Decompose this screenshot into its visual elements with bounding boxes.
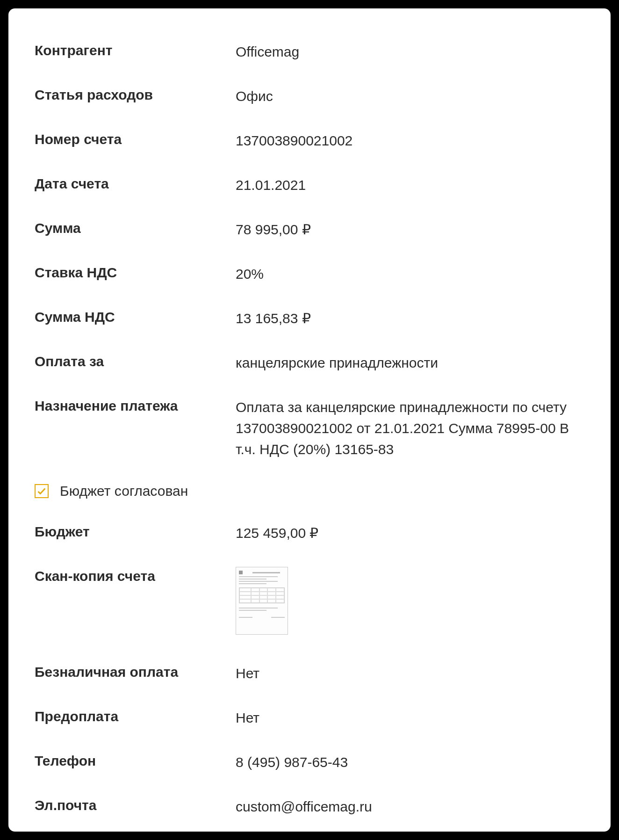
label-amount: Сумма xyxy=(35,219,236,238)
value-contractor: Officemag xyxy=(236,41,584,62)
row-vat-rate: Ставка НДС 20% xyxy=(35,263,584,284)
row-cashless: Безналичная оплата Нет xyxy=(35,663,584,684)
invoice-details-card: Контрагент Officemag Статья расходов Офи… xyxy=(8,8,611,832)
row-prepayment: Предоплата Нет xyxy=(35,707,584,728)
invoice-scan-thumbnail[interactable] xyxy=(236,567,288,635)
value-invoice-date: 21.01.2021 xyxy=(236,174,584,196)
value-payment-purpose: Оплата за канцелярские принадлежности по… xyxy=(236,397,584,460)
label-contractor: Контрагент xyxy=(35,41,236,60)
value-payment-for: канцелярские принадлежности xyxy=(236,352,584,373)
value-vat-rate: 20% xyxy=(236,263,584,284)
row-expense-item: Статья расходов Офис xyxy=(35,86,584,107)
row-payment-purpose: Назначение платежа Оплата за канцелярски… xyxy=(35,397,584,460)
row-scan: Скан-копия счета xyxy=(35,567,584,635)
value-expense-item: Офис xyxy=(236,86,584,107)
value-invoice-number: 137003890021002 xyxy=(236,130,584,151)
row-amount: Сумма 78 995,00 ₽ xyxy=(35,219,584,240)
label-budget: Бюджет xyxy=(35,522,236,542)
label-invoice-number: Номер счета xyxy=(35,130,236,149)
label-phone: Телефон xyxy=(35,752,236,771)
value-budget: 125 459,00 ₽ xyxy=(236,522,584,543)
label-vat-rate: Ставка НДС xyxy=(35,263,236,282)
label-vat-amount: Сумма НДС xyxy=(35,308,236,327)
label-expense-item: Статья расходов xyxy=(35,86,236,105)
label-payment-purpose: Назначение платежа xyxy=(35,397,236,416)
row-phone: Телефон 8 (495) 987-65-43 xyxy=(35,752,584,773)
label-payment-for: Оплата за xyxy=(35,352,236,371)
row-budget: Бюджет 125 459,00 ₽ xyxy=(35,522,584,543)
row-invoice-date: Дата счета 21.01.2021 xyxy=(35,174,584,196)
value-email: custom@officemag.ru xyxy=(236,796,584,817)
value-phone: 8 (495) 987-65-43 xyxy=(236,752,584,773)
label-email: Эл.почта xyxy=(35,796,236,815)
value-cashless: Нет xyxy=(236,663,584,684)
check-icon xyxy=(36,486,47,496)
row-vat-amount: Сумма НДС 13 165,83 ₽ xyxy=(35,308,584,329)
row-budget-approved: Бюджет согласован xyxy=(35,483,584,499)
row-contractor: Контрагент Officemag xyxy=(35,41,584,62)
label-cashless: Безналичная оплата xyxy=(35,663,236,682)
value-scan xyxy=(236,567,584,635)
label-invoice-date: Дата счета xyxy=(35,174,236,194)
budget-approved-label: Бюджет согласован xyxy=(60,483,188,499)
budget-approved-checkbox[interactable] xyxy=(35,484,49,498)
row-email: Эл.почта custom@officemag.ru xyxy=(35,796,584,817)
value-vat-amount: 13 165,83 ₽ xyxy=(236,308,584,329)
label-prepayment: Предоплата xyxy=(35,707,236,726)
value-amount: 78 995,00 ₽ xyxy=(236,219,584,240)
row-payment-for: Оплата за канцелярские принадлежности xyxy=(35,352,584,373)
label-scan: Скан-копия счета xyxy=(35,567,236,586)
row-invoice-number: Номер счета 137003890021002 xyxy=(35,130,584,151)
value-prepayment: Нет xyxy=(236,707,584,728)
